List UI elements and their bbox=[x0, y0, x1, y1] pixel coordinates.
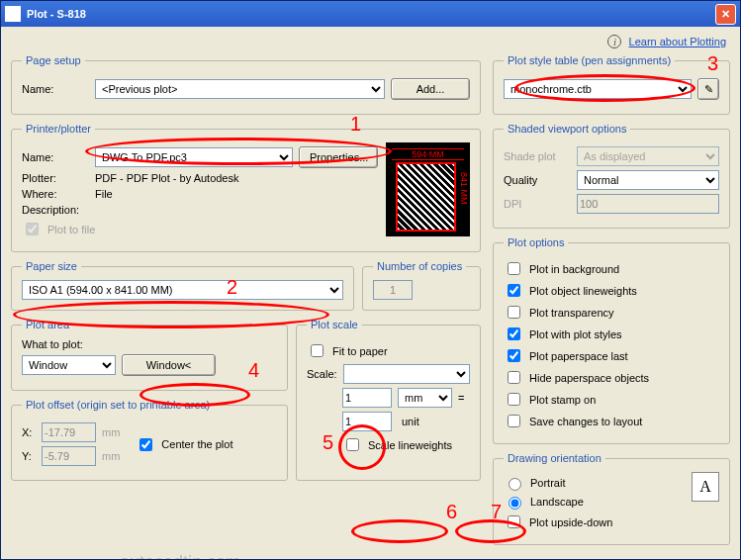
page-name-select[interactable]: <Previous plot> bbox=[95, 79, 385, 99]
copies-group: Number of copies bbox=[362, 260, 481, 311]
mm-unit-select[interactable]: mm bbox=[398, 388, 452, 408]
page-name-label: Name: bbox=[22, 83, 89, 95]
fit-label: Fit to paper bbox=[332, 345, 388, 357]
titlebar: Plot - S-818 ✕ bbox=[1, 1, 740, 27]
add-button[interactable]: Add... bbox=[391, 78, 470, 100]
opt-linew-check[interactable] bbox=[508, 284, 520, 297]
info-icon: i bbox=[607, 35, 621, 48]
unit-label: unit bbox=[398, 416, 452, 427]
orient-group: Drawing orientation Portrait Landscape P… bbox=[493, 452, 730, 545]
opt-hideps-check[interactable] bbox=[508, 371, 520, 384]
desc-label: Description: bbox=[22, 204, 89, 216]
printer-group: Printer/plotter Name: DWG To PDF.pc3 Pro… bbox=[11, 123, 481, 252]
plotscale-legend: Plot scale bbox=[307, 319, 362, 330]
styletable-legend: Plot style table (pen assignments) bbox=[504, 54, 675, 66]
printer-name-select[interactable]: DWG To PDF.pc3 bbox=[95, 147, 293, 167]
opt-trans-check[interactable] bbox=[508, 306, 520, 319]
papersize-group: Paper size ISO A1 (594.00 x 841.00 MM) bbox=[11, 260, 354, 311]
opt-save-check[interactable] bbox=[508, 415, 520, 427]
where-label: Where: bbox=[22, 188, 89, 200]
x-input bbox=[42, 422, 96, 442]
window-button[interactable]: Window< bbox=[122, 354, 216, 376]
plotscale-group: Plot scale Fit to paper Scale: mm= unit … bbox=[296, 319, 481, 481]
orient-icon: A bbox=[692, 472, 719, 502]
shaded-group: Shaded viewport options Shade plotAs dis… bbox=[493, 123, 730, 229]
printer-legend: Printer/plotter bbox=[22, 123, 95, 135]
scale-label: Scale: bbox=[307, 368, 337, 380]
quality-select[interactable]: Normal bbox=[577, 170, 719, 190]
upside-check[interactable] bbox=[508, 515, 520, 528]
opt-pslast-check[interactable] bbox=[508, 349, 520, 362]
learn-row: i Learn about Plotting bbox=[11, 33, 730, 54]
x-unit: mm bbox=[102, 426, 120, 438]
copies-input bbox=[373, 280, 413, 300]
page-setup-group: Page setup Name: <Previous plot> Add... bbox=[11, 54, 481, 115]
plotter-value: PDF - PDF Plot - by Autodesk bbox=[95, 172, 239, 184]
plot-to-file-check bbox=[26, 223, 39, 235]
page-setup-legend: Page setup bbox=[22, 54, 85, 66]
close-button[interactable]: ✕ bbox=[715, 4, 736, 25]
plotoptions-legend: Plot options bbox=[504, 236, 568, 248]
portrait-radio[interactable] bbox=[509, 478, 521, 491]
copies-legend: Number of copies bbox=[373, 260, 466, 272]
plotoffset-group: Plot offset (origin set to printable are… bbox=[11, 399, 288, 481]
y-unit: mm bbox=[102, 450, 120, 462]
shade-label: Shade plot bbox=[504, 150, 571, 162]
center-check[interactable] bbox=[139, 438, 152, 451]
properties-button[interactable]: Properties... bbox=[299, 146, 378, 168]
plotarea-legend: Plot area bbox=[22, 319, 73, 330]
quality-label: Quality bbox=[504, 174, 571, 186]
linew-check[interactable] bbox=[346, 438, 359, 451]
app-icon bbox=[5, 6, 21, 22]
styletable-edit-button[interactable]: ✎ bbox=[697, 78, 719, 100]
mm-input[interactable] bbox=[342, 388, 392, 408]
window-title: Plot - S-818 bbox=[27, 8, 715, 20]
eq-label: = bbox=[458, 392, 464, 404]
papersize-legend: Paper size bbox=[22, 260, 81, 272]
plotter-label: Plotter: bbox=[22, 172, 89, 184]
plotoptions-group: Plot options Plot in background Plot obj… bbox=[493, 236, 730, 444]
shade-select: As displayed bbox=[577, 146, 719, 166]
shaded-legend: Shaded viewport options bbox=[504, 123, 630, 135]
linew-label: Scale lineweights bbox=[368, 439, 452, 451]
dpi-label: DPI bbox=[504, 198, 571, 210]
fit-check[interactable] bbox=[311, 344, 324, 357]
y-input bbox=[42, 446, 96, 466]
unit-input[interactable] bbox=[342, 412, 392, 431]
plotoffset-legend: Plot offset (origin set to printable are… bbox=[22, 399, 214, 411]
what-select[interactable]: Window bbox=[22, 355, 116, 375]
learn-link[interactable]: Learn about Plotting bbox=[629, 36, 726, 47]
where-value: File bbox=[95, 188, 113, 200]
plot-to-file-label: Plot to file bbox=[47, 224, 95, 235]
dpi-input bbox=[577, 194, 719, 214]
plotarea-group: Plot area What to plot: Window Window< bbox=[11, 319, 288, 391]
papersize-select[interactable]: ISO A1 (594.00 x 841.00 MM) bbox=[22, 280, 343, 300]
paper-preview-icon: 594 MM 841 MM bbox=[386, 142, 470, 236]
styletable-select[interactable]: monochrome.ctb bbox=[504, 79, 692, 99]
styletable-group: Plot style table (pen assignments) monoc… bbox=[493, 54, 730, 115]
landscape-radio[interactable] bbox=[509, 497, 521, 510]
scale-select[interactable] bbox=[343, 364, 470, 384]
opt-styles-check[interactable] bbox=[508, 327, 520, 340]
orient-legend: Drawing orientation bbox=[504, 452, 605, 464]
x-label: X: bbox=[22, 426, 36, 438]
y-label: Y: bbox=[22, 450, 36, 462]
printer-name-label: Name: bbox=[22, 151, 89, 163]
what-label: What to plot: bbox=[22, 338, 277, 350]
opt-bg-check[interactable] bbox=[508, 262, 520, 275]
center-label: Center the plot bbox=[161, 438, 232, 450]
opt-stamp-check[interactable] bbox=[508, 393, 520, 406]
